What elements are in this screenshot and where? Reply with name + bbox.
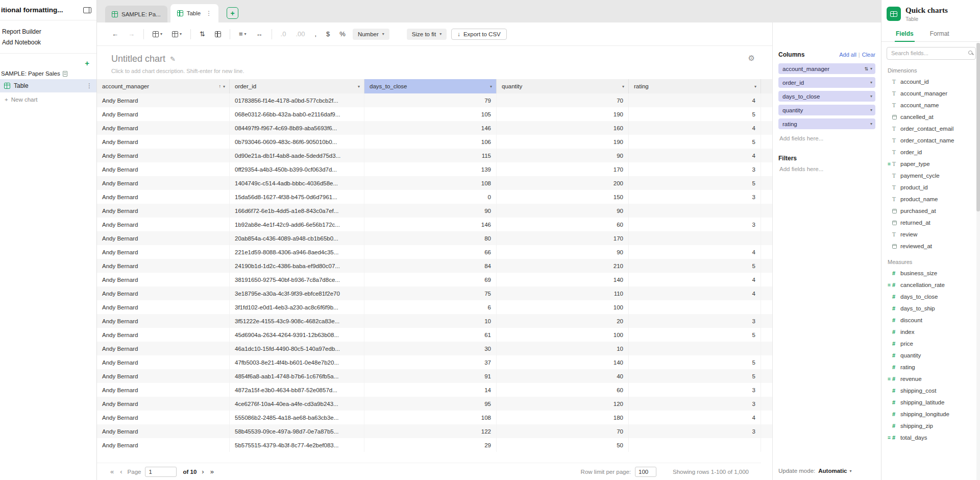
field-business_size[interactable]: #business_size — [881, 268, 980, 279]
table-row[interactable]: Andy Bernard1b92ab8e-4e1f-42c9-add6-6e56… — [97, 218, 772, 231]
text-width-button[interactable]: ↔ — [254, 29, 265, 39]
table-row[interactable]: Andy Bernard4872a15f-e3b0-4634-bb87-52e0… — [97, 383, 772, 397]
field-order_contact_email[interactable]: Torder_contact_email — [881, 123, 980, 135]
last-page-button[interactable]: » — [209, 468, 215, 475]
field-revenue[interactable]: =#revenue — [881, 373, 980, 385]
field-purchased_at[interactable]: purchased_at — [881, 205, 980, 217]
table-row[interactable]: Andy Bernard166d6f72-6e1b-4dd5-a1e8-843c… — [97, 204, 772, 218]
column-chip-rating[interactable]: rating▾ — [778, 118, 875, 129]
chart-description-placeholder[interactable]: Click to add chart description. Shift-en… — [111, 68, 244, 74]
tab-table[interactable]: Table ⋮ — [170, 4, 219, 22]
column-header-quantity[interactable]: quantity▾ — [497, 79, 629, 93]
table-row[interactable]: Andy Bernard24190b1d-1d2c-4386-baba-ef9d… — [97, 259, 772, 273]
field-account_name[interactable]: Taccount_name — [881, 100, 980, 111]
more-options-icon[interactable]: ⋮ — [86, 82, 92, 89]
table-row[interactable]: Andy Bernard1404749c-c514-4adb-bbbc-4036… — [97, 176, 772, 190]
column-header-order_id[interactable]: order_id▾ — [230, 79, 364, 93]
add-item-icon[interactable]: + — [85, 59, 89, 67]
table-row[interactable]: Andy Bernard555086b2-2485-4a18-ae68-ba63… — [97, 411, 772, 424]
table-row[interactable]: Andy Bernard45d6904a-2634-4264-9391-12b6… — [97, 328, 772, 342]
field-shipping_cost[interactable]: #shipping_cost — [881, 385, 980, 397]
filters-add-fields-placeholder[interactable]: Add fields here... — [778, 163, 875, 180]
field-shipping_longitude[interactable]: #shipping_longitude — [881, 409, 980, 420]
column-header-account_manager[interactable]: account_manager↑▾ — [97, 79, 230, 93]
table-row[interactable]: Andy Bernard47fb5003-8e21-4f4b-b601-0e48… — [97, 355, 772, 369]
column-chip-account_manager[interactable]: account_manager⇅▾ — [778, 63, 875, 74]
column-chip-order_id[interactable]: order_id▾ — [778, 77, 875, 88]
update-mode-dropdown[interactable]: Automatic ▾ — [818, 468, 851, 474]
number-format-dropdown[interactable]: Number▾ — [353, 29, 389, 40]
collapse-panel-icon[interactable] — [83, 7, 91, 13]
field-price[interactable]: #price — [881, 338, 980, 350]
table-row[interactable]: Andy Bernard38191650-9275-40bf-b936-7c8a… — [97, 273, 772, 286]
sidebar-item-table[interactable]: Table ⋮ — [0, 79, 96, 92]
table-view-button[interactable] — [212, 30, 224, 39]
field-payment_cycle[interactable]: Tpayment_cycle — [881, 170, 980, 182]
table-row[interactable]: Andy Bernard01783856-f14e-4178-a0bd-577c… — [97, 93, 772, 107]
increase-decimal-button[interactable]: .00 — [293, 29, 307, 39]
clear-link[interactable]: Clear — [862, 52, 875, 58]
field-order_contact_name[interactable]: Torder_contact_name — [881, 135, 980, 147]
field-shipping_zip[interactable]: #shipping_zip — [881, 420, 980, 432]
field-product_name[interactable]: Tproduct_name — [881, 194, 980, 205]
field-quantity[interactable]: #quantity — [881, 350, 980, 362]
table-row[interactable]: Andy Bernard46a1dc10-15fd-4490-80c5-140a… — [97, 342, 772, 355]
search-fields-input[interactable] — [887, 47, 976, 60]
export-csv-button[interactable]: ↓Export to CSV — [451, 29, 507, 40]
table-row[interactable]: Andy Bernard4ce6276f-10a4-40ea-a4fe-cd3a… — [97, 397, 772, 411]
table-row[interactable]: Andy Bernard0d90e21a-db1f-4ab8-aade-5ded… — [97, 149, 772, 162]
decrease-decimal-button[interactable]: .0 — [278, 29, 289, 39]
currency-format-button[interactable]: $ — [324, 29, 332, 39]
add-all-link[interactable]: Add all — [839, 52, 856, 58]
field-account_id[interactable]: Taccount_id — [881, 76, 980, 88]
first-page-button[interactable]: « — [109, 468, 115, 475]
field-account_manager[interactable]: Taccount_manager — [881, 88, 980, 100]
page-input[interactable] — [145, 467, 177, 477]
edit-title-pencil-icon[interactable]: ✎ — [170, 55, 176, 63]
next-page-button[interactable]: › — [201, 468, 205, 475]
field-days_to_close[interactable]: #days_to_close — [881, 291, 980, 303]
field-discount[interactable]: #discount — [881, 315, 980, 326]
tab-options-icon[interactable]: ⋮ — [206, 10, 212, 17]
workspace-item[interactable]: SAMPLE: Paper Sales — [0, 68, 96, 79]
tab-format[interactable]: Format — [929, 27, 950, 41]
sidebar-item-add-notebook[interactable]: Add Notebook — [1, 35, 96, 46]
align-button[interactable]: ≡▾ — [236, 29, 249, 39]
field-review[interactable]: Treview — [881, 229, 980, 241]
field-rating[interactable]: #rating — [881, 362, 980, 373]
tab-fields[interactable]: Fields — [895, 27, 915, 42]
field-product_id[interactable]: Tproduct_id — [881, 182, 980, 194]
field-shipping_latitude[interactable]: #shipping_latitude — [881, 397, 980, 409]
new-tab-button[interactable]: + — [227, 7, 238, 19]
chart-title[interactable]: Untitled chart — [111, 54, 165, 64]
table-row[interactable]: Andy Bernard5b575515-4379-4b3f-8c77-4e2b… — [97, 438, 772, 452]
size-to-fit-dropdown[interactable]: Size to fit▾ — [407, 29, 447, 40]
freeze-rows-button[interactable]: ▾ — [150, 30, 165, 39]
field-returned_at[interactable]: returned_at — [881, 217, 980, 229]
new-chart-button[interactable]: + New chart — [0, 92, 96, 103]
field-reviewed_at[interactable]: reviewed_at — [881, 241, 980, 252]
freeze-columns-button[interactable]: ▾ — [169, 30, 184, 39]
row-limit-input[interactable] — [635, 467, 656, 477]
back-button[interactable]: ← — [109, 29, 121, 39]
table-row[interactable]: Andy Bernard0ff29354-a4b3-450b-b399-0cf0… — [97, 162, 772, 176]
table-row[interactable]: Andy Bernard221e1d59-8088-4306-a946-8aed… — [97, 245, 772, 259]
table-row[interactable]: Andy Bernard3f51222e-4155-43c9-908c-4682… — [97, 314, 772, 328]
field-order_id[interactable]: Torder_id — [881, 147, 980, 158]
column-chip-quantity[interactable]: quantity▾ — [778, 105, 875, 115]
sidebar-item-report-builder[interactable]: Report Builder — [1, 25, 96, 35]
table-row[interactable]: Andy Bernard58b45539-09ce-497a-98d7-0e7a… — [97, 424, 772, 438]
field-index[interactable]: #index — [881, 326, 980, 338]
table-row[interactable]: Andy Bernard0b793046-0609-483c-86f6-9050… — [97, 135, 772, 149]
field-paper_type[interactable]: =Tpaper_type — [881, 158, 980, 170]
columns-add-fields-placeholder[interactable]: Add fields here... — [778, 132, 875, 150]
table-row[interactable]: Andy Bernard3e18795e-a30a-4c3f-9f39-ebfc… — [97, 286, 772, 300]
comma-format-button[interactable]: , — [312, 29, 319, 39]
field-total_days[interactable]: =#total_days — [881, 432, 980, 444]
tab-sample-paper-sales[interactable]: SAMPLE: Pa... — [105, 6, 167, 22]
field-cancelled_at[interactable]: cancelled_at — [881, 111, 980, 123]
table-row[interactable]: Andy Bernard068e0312-66bb-432a-bab0-e211… — [97, 107, 772, 121]
table-row[interactable]: Andy Bernard3f1fd102-e0d1-4eb3-a230-ac8c… — [97, 300, 772, 314]
settings-gear-icon[interactable]: ⚙ — [748, 54, 755, 63]
table-row[interactable]: Andy Bernard15da56d8-1627-4f38-b475-0d6d… — [97, 190, 772, 204]
